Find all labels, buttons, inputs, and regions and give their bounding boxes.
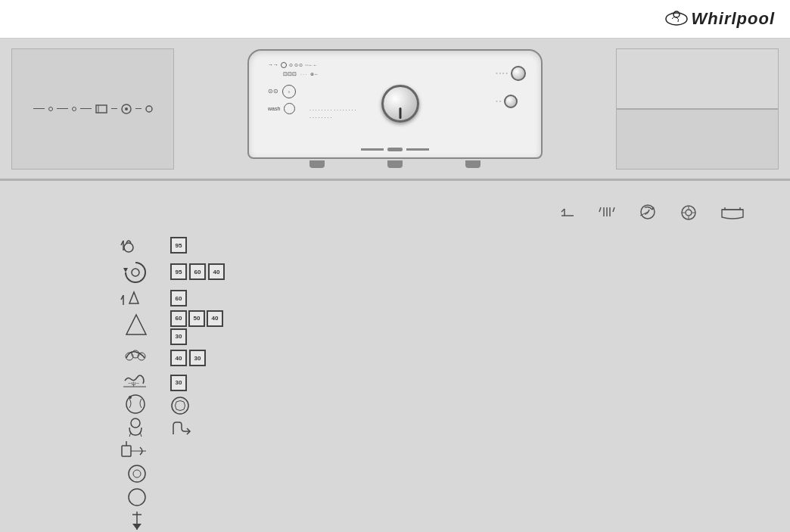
spin-feature-icon: [639, 204, 657, 223]
program-3-badges: 60: [170, 287, 187, 310]
program-7-badges: [170, 394, 190, 417]
program-7-icon-row: [0, 392, 151, 415]
lower-section: ~ψ~: [0, 181, 790, 532]
program-6-icon-row: ~ψ~: [0, 369, 151, 392]
program-1-badges: 95: [170, 234, 187, 257]
svg-point-55: [172, 397, 188, 414]
synthetic-icon: [123, 260, 148, 285]
svg-line-10: [599, 207, 601, 212]
right-info-panel: [616, 48, 779, 170]
rinse-only-icon: [126, 463, 148, 484]
delicates-icon: [125, 313, 148, 340]
right-panel-bottom: [617, 110, 778, 169]
temp-badge-40c: 40: [170, 350, 187, 366]
svg-point-5: [125, 107, 128, 110]
program-list: ~ψ~: [0, 234, 790, 532]
temp-badge-30: 30: [170, 328, 187, 345]
svg-point-42: [129, 396, 132, 399]
program-5-icon-row: [0, 342, 151, 369]
special-cycle-badge-8: [170, 419, 193, 439]
svg-rect-46: [122, 446, 131, 456]
program-temp-badge-column: 95 95 60 40 60 60 50 40 30 40 30: [163, 234, 238, 532]
whirlpool-swirl-icon: [664, 8, 689, 30]
program-1-icon-row: [0, 234, 151, 257]
program-8-badges: [170, 417, 193, 440]
machine-image: →→ ⊙ ⊙ ⊙ ◦◦←← ⊡⊡⊡ · · · ⊕← ⊙⊙: [244, 46, 546, 171]
left-control-panel: [11, 48, 174, 170]
svg-point-19: [686, 210, 692, 216]
program-12-icon-row: [0, 509, 151, 532]
wool-icon: [123, 344, 148, 367]
control-strip: [26, 100, 160, 118]
svg-line-14: [613, 207, 614, 212]
program-4-badges: 60 50 40 30: [170, 310, 238, 345]
program-5-badges: 40 30: [170, 345, 206, 372]
svg-point-0: [666, 13, 687, 25]
svg-point-6: [146, 106, 152, 112]
machine-feet: [247, 160, 543, 168]
feature-icon-toolbar: [560, 204, 745, 223]
svg-point-1: [673, 11, 680, 17]
refresh-icon: [120, 440, 148, 461]
special-cycle-badge-7: [170, 396, 190, 415]
svg-point-49: [129, 465, 145, 482]
svg-rect-2: [96, 105, 107, 113]
program-knob[interactable]: [381, 85, 419, 123]
svg-point-43: [131, 418, 140, 428]
right-panel-top: [617, 49, 778, 108]
handwash-icon: ~ψ~: [122, 370, 148, 391]
drain-icon: [126, 510, 148, 531]
baby-icon: [123, 415, 148, 438]
temp-badge-60: 60: [189, 263, 206, 280]
option-dot: [145, 105, 153, 113]
program-8-icon-row: [0, 415, 151, 439]
temp-badge-95: 95: [170, 237, 187, 254]
temp-badge-60c: 60: [170, 310, 187, 327]
program-9-icon-row: [0, 439, 151, 462]
svg-marker-35: [126, 315, 146, 334]
svg-marker-34: [129, 292, 138, 303]
svg-point-50: [133, 470, 141, 478]
program-6-badges: 30: [170, 372, 187, 394]
program-icon-column: ~ψ~: [0, 234, 163, 532]
svg-point-31: [132, 269, 139, 276]
program-10-icon-row: [0, 462, 151, 486]
temp-badge-40: 40: [208, 263, 225, 280]
spin-drain-icon: [126, 487, 148, 508]
cotton-eco-icon: [117, 288, 148, 311]
program-2-badges: 95 60 40: [170, 257, 225, 287]
machine-body: →→ ⊙ ⊙ ⊙ ◦◦←← ⊡⊡⊡ · · · ⊕← ⊙⊙: [247, 49, 543, 159]
temp-control-icon: [95, 104, 107, 114]
tub-feature-icon: [720, 204, 745, 223]
upper-section: →→ ⊙ ⊙ ⊙ ◦◦←← ⊡⊡⊡ · · · ⊕← ⊙⊙: [0, 39, 790, 179]
svg-text:~ψ~: ~ψ~: [128, 380, 139, 387]
cotton-icon: [117, 234, 148, 257]
temp-badge-95b: 95: [170, 263, 187, 280]
program-2-icon-row: [0, 257, 151, 288]
svg-marker-30: [123, 268, 128, 272]
rinse-feature-icon: [680, 204, 698, 223]
hand-wash-feature-icon: [560, 205, 575, 222]
temp-badge-30c: 30: [170, 375, 187, 391]
machine-drawing: →→ ⊙ ⊙ ⊙ ◦◦←← ⊡⊡⊡ · · · ⊕← ⊙⊙: [247, 49, 543, 169]
spin-control-icon: [121, 104, 132, 114]
temp-badge-30b: 30: [189, 350, 206, 366]
svg-point-51: [129, 489, 145, 506]
temp-badge-50: 50: [188, 310, 205, 327]
top-bar: Whirlpool: [0, 0, 790, 39]
brand-name: Whirlpool: [692, 9, 775, 29]
program-11-icon-row: [0, 485, 151, 509]
svg-marker-53: [132, 524, 142, 530]
program-4-icon-row: [0, 311, 151, 342]
temp-badge-60b: 60: [170, 290, 187, 306]
temp-badge-40b: 40: [207, 310, 223, 327]
gentle-feature-icon: [598, 205, 616, 222]
sport-icon: [123, 393, 148, 415]
whirlpool-logo: Whirlpool: [664, 8, 775, 30]
program-3-icon-row: [0, 288, 151, 311]
svg-point-29: [124, 243, 133, 252]
